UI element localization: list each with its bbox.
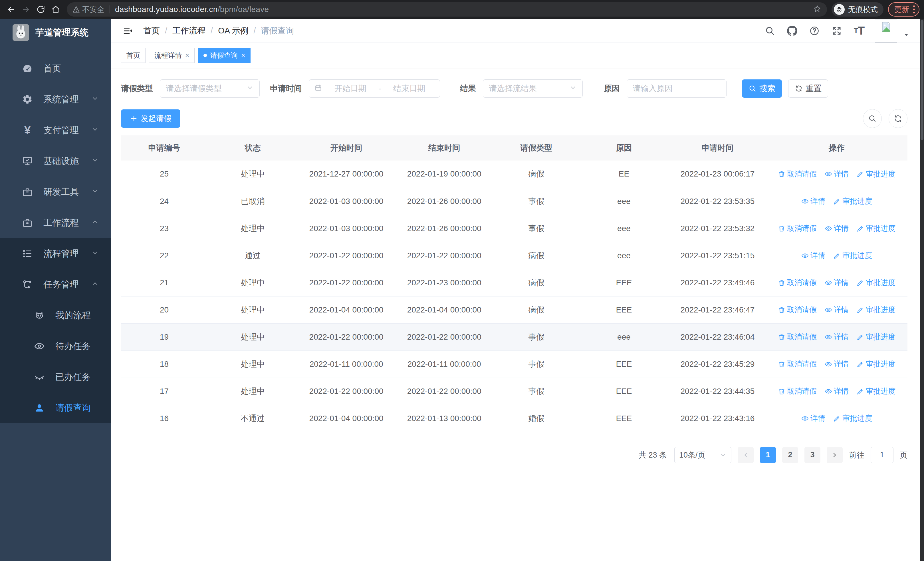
approval-progress-link[interactable]: 审批进度 [856,305,896,315]
address-bar[interactable]: 不安全 dashboard.yudao.iocoder.cn/bpm/oa/le… [67,2,827,17]
cell-type: 事假 [494,215,579,242]
breadcrumb-home[interactable]: 首页 [143,25,160,36]
browser-update-button[interactable]: 更新 [888,2,920,17]
cancel-leave-link[interactable]: 取消请假 [778,359,817,369]
tab-leave-query[interactable]: 请假查询 × [198,48,250,63]
approval-progress-link[interactable]: 审批进度 [856,332,896,342]
page-content: 请假类型 请选择请假类型 申请时间 开始日期 - 结束日期 结果 请选择流结果 [111,68,920,463]
sidebar-item-my-process[interactable]: 我的流程 [0,300,111,331]
page-button-1[interactable]: 1 [760,447,776,463]
apply-time-range-picker[interactable]: 开始日期 - 结束日期 [309,80,440,98]
reason-input[interactable] [633,84,720,93]
detail-link[interactable]: 详情 [825,223,849,233]
trash-icon [778,361,785,368]
detail-link[interactable]: 详情 [801,251,825,260]
sidebar-item-task-mgmt[interactable]: 任务管理 [0,269,111,300]
person-icon [34,402,45,414]
approval-progress-link[interactable]: 审批进度 [856,278,896,288]
sidebar-item-payment[interactable]: ¥ 支付管理 [0,115,111,146]
approval-progress-link[interactable]: 审批进度 [833,251,872,260]
goto-page-input[interactable] [871,447,894,463]
github-icon[interactable] [786,24,798,37]
sidebar-item-home[interactable]: 首页 [0,53,111,84]
user-avatar[interactable] [875,19,897,42]
prev-page-button[interactable] [738,447,754,463]
sidebar-item-leave-query[interactable]: 请假查询 [0,393,111,423]
sidebar-item-todo-tasks[interactable]: 待办任务 [0,331,111,362]
browser-home-icon[interactable] [49,3,62,16]
cell-status: 处理中 [207,269,298,296]
sidebar-item-done-tasks[interactable]: 已办任务 [0,362,111,393]
next-page-button[interactable] [827,447,843,463]
approval-progress-link[interactable]: 审批进度 [833,413,872,423]
detail-link[interactable]: 详情 [825,386,849,396]
cell-end: 2022-01-22 00:00:00 [394,378,494,405]
scrollbar-thumb[interactable] [921,20,923,140]
filter-apply-time: 申请时间 开始日期 - 结束日期 [270,80,440,98]
caret-down-icon[interactable] [903,31,910,39]
bookmark-star-icon[interactable] [813,5,821,14]
cell-start: 2022-01-22 00:00:00 [298,323,394,350]
cell-applied: 2022-01-22 23:46:04 [669,323,766,350]
help-icon[interactable] [808,24,821,37]
detail-link[interactable]: 详情 [825,305,849,315]
pagination-total: 共 23 条 [639,450,667,460]
sidebar-item-infrastructure[interactable]: 基础设施 [0,146,111,176]
cancel-leave-link[interactable]: 取消请假 [778,305,817,315]
approval-progress-link[interactable]: 审批进度 [833,196,872,206]
leave-type-select[interactable]: 请选择请假类型 [160,80,260,98]
sidebar-item-process-mgmt[interactable]: 流程管理 [0,238,111,269]
refresh-table-button[interactable] [889,109,908,128]
approval-progress-link[interactable]: 审批进度 [856,169,896,179]
incognito-icon [834,4,844,15]
breadcrumb-workflow[interactable]: 工作流程 [172,25,206,36]
breadcrumb-oa[interactable]: OA 示例 [218,25,248,36]
page-button-3[interactable]: 3 [804,447,820,463]
browser-back-icon[interactable] [4,3,18,16]
tab-process-detail[interactable]: 流程详情 × [149,48,195,63]
sidebar-fold-icon[interactable] [121,24,135,38]
url-text[interactable]: dashboard.yudao.iocoder.cn/bpm/oa/leave [115,5,269,14]
sidebar-item-system[interactable]: 系统管理 [0,84,111,115]
close-icon[interactable]: × [185,52,189,59]
not-secure-warning[interactable]: 不安全 [72,5,105,15]
cell-end: 2022-01-11 00:00:00 [394,350,494,378]
reset-button[interactable]: 重置 [788,80,828,98]
detail-link[interactable]: 详情 [825,332,849,342]
leave-type-label: 请假类型 [121,83,153,94]
filter-reason: 原因 [604,80,726,98]
cancel-leave-link[interactable]: 取消请假 [778,223,817,233]
fullscreen-icon[interactable] [830,24,843,37]
cancel-leave-link[interactable]: 取消请假 [778,386,817,396]
page-scrollbar[interactable] [920,19,924,561]
detail-link[interactable]: 详情 [825,278,849,288]
sidebar-item-workflow[interactable]: 工作流程 [0,208,111,238]
font-size-icon[interactable]: TT [853,24,865,37]
cancel-leave-link[interactable]: 取消请假 [778,278,817,288]
browser-reload-icon[interactable] [34,3,47,16]
cell-status: 通过 [207,242,298,269]
detail-link[interactable]: 详情 [825,169,849,179]
cancel-leave-link[interactable]: 取消请假 [778,169,817,179]
page-button-2[interactable]: 2 [782,447,798,463]
search-icon[interactable] [764,24,776,37]
browser-menu-icon[interactable] [913,5,915,14]
show-search-button[interactable] [863,109,882,128]
result-select[interactable]: 请选择流结果 [483,80,583,98]
filter-leave-type: 请假类型 请选择请假类型 [121,80,260,98]
sidebar-item-devtools[interactable]: 研发工具 [0,176,111,208]
close-icon[interactable]: × [241,52,245,59]
detail-link[interactable]: 详情 [801,196,825,206]
page-size-select[interactable]: 10条/页 [674,447,731,463]
detail-link[interactable]: 详情 [825,359,849,369]
approval-progress-link[interactable]: 审批进度 [856,386,896,396]
cancel-leave-link[interactable]: 取消请假 [778,332,817,342]
approval-progress-link[interactable]: 审批进度 [856,223,896,233]
approval-progress-link[interactable]: 审批进度 [856,359,896,369]
create-leave-button[interactable]: 发起请假 [121,110,180,128]
search-button[interactable]: 搜索 [742,80,782,98]
row-actions: 详情审批进度 [766,413,908,423]
tab-home[interactable]: 首页 [121,48,146,63]
browser-forward-icon[interactable] [20,3,33,16]
detail-link[interactable]: 详情 [801,413,825,423]
